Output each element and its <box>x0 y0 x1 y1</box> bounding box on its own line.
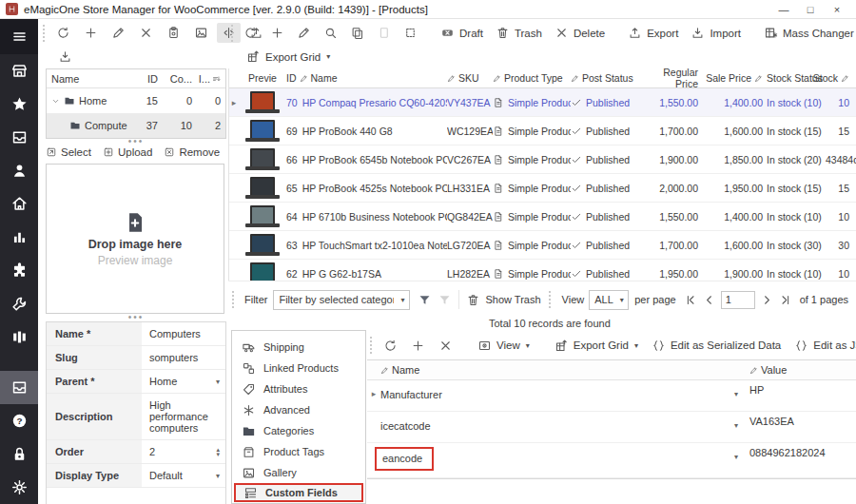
lock-icon[interactable] <box>0 437 38 471</box>
delete-field-button[interactable] <box>434 336 457 356</box>
order-stepper[interactable]: 2▴▾ <box>142 440 225 463</box>
add-product-button[interactable] <box>265 23 289 43</box>
clipboard-button[interactable] <box>162 23 185 43</box>
tab-custom-fields[interactable]: Custom Fields <box>234 483 363 502</box>
product-row[interactable]: 69HP ProBook 440 G8 WC129EA Simple Produ… <box>229 117 856 145</box>
column-product-type[interactable]: Product Type <box>493 72 571 84</box>
display-type-select[interactable]: Default▾ <box>142 464 225 487</box>
inbox-icon[interactable] <box>0 121 38 154</box>
product-row[interactable]: 64HP 6710b Business Notebook PC & T-Mobi… <box>229 203 856 231</box>
select-all-cell[interactable] <box>229 74 239 83</box>
edit-serialized-button[interactable]: Edit as Serialized Data <box>647 336 786 356</box>
trash-button[interactable]: Trash <box>491 23 547 43</box>
first-page-icon[interactable] <box>684 293 698 307</box>
spinner-icons[interactable]: ▴▾ <box>216 447 220 456</box>
export-button[interactable]: Export <box>623 23 683 43</box>
puzzle-icon[interactable] <box>0 254 38 287</box>
customers-icon[interactable] <box>0 154 38 187</box>
column-stock[interactable]: Stock <box>826 72 856 84</box>
name-field[interactable]: Computers <box>142 322 225 345</box>
download-button[interactable] <box>53 47 77 67</box>
inbox-active-icon[interactable] <box>0 371 38 404</box>
chart-icon[interactable] <box>0 221 38 254</box>
chevron-down-icon[interactable]: ▾ <box>734 443 749 461</box>
home-icon[interactable] <box>0 187 38 221</box>
tab-advanced[interactable]: Advanced <box>232 399 365 420</box>
show-trash-label[interactable]: Show Trash <box>485 294 540 305</box>
page-input[interactable] <box>721 291 755 309</box>
search-button[interactable] <box>319 23 342 43</box>
parent-select[interactable]: Home▾ <box>142 370 225 393</box>
edit-category-button[interactable] <box>107 23 130 43</box>
star-icon[interactable] <box>0 87 38 121</box>
add-category-button[interactable] <box>79 23 103 43</box>
tab-categories[interactable]: Categories <box>232 420 365 441</box>
paste-special-button[interactable] <box>399 23 422 43</box>
column-field-value[interactable]: Value <box>749 364 856 376</box>
view-fields-button[interactable]: View▾ <box>473 336 535 356</box>
product-row[interactable]: 66HP ProBook 6545b Notebook PC VC267EA S… <box>229 145 856 174</box>
toolbar-handle[interactable] <box>231 25 233 42</box>
custom-field-row[interactable]: eancode ▾ 0884962182024 <box>367 443 856 478</box>
edit-json-button[interactable]: Edit as JSON Data <box>789 336 856 356</box>
edit-product-button[interactable] <box>292 23 316 43</box>
upload-image-button[interactable]: Upload <box>103 146 152 158</box>
toolbar-handle[interactable] <box>549 291 554 308</box>
refresh-fields-button[interactable] <box>379 336 402 356</box>
tab-shipping[interactable]: Shipping <box>232 337 365 358</box>
minimize-button[interactable]: — <box>770 1 797 18</box>
store-icon[interactable] <box>0 54 38 87</box>
tab-product-tags[interactable]: Product Tags <box>232 441 365 462</box>
image-drop-zone[interactable]: Drop image here Preview image <box>46 164 224 314</box>
select-image-button[interactable]: Select <box>46 146 91 158</box>
gear-icon[interactable] <box>0 471 38 504</box>
toolbar-handle[interactable] <box>232 291 238 308</box>
image-button[interactable] <box>189 23 213 43</box>
chevron-down-icon[interactable]: ▾ <box>734 380 749 398</box>
clear-filter-icon[interactable] <box>438 293 452 307</box>
custom-field-row[interactable]: ▸ Manufacturer ▾ HP <box>367 380 856 412</box>
product-row[interactable]: ▸ 70HP Compaq Presario CQ60-420SA Notebo… <box>229 88 856 117</box>
help-icon[interactable] <box>0 404 38 437</box>
expander-icon[interactable]: ▸ <box>367 380 380 398</box>
product-row[interactable]: 65HP ProBook 4525s Notebook PC LH331EA L… <box>229 174 856 203</box>
column-name[interactable]: Name <box>47 73 127 85</box>
tab-gallery[interactable]: Gallery <box>232 462 365 483</box>
toolbar-handle[interactable] <box>43 25 45 42</box>
trash-icon[interactable] <box>466 293 480 307</box>
custom-field-row[interactable]: icecatcode ▾ VA163EA <box>367 412 856 443</box>
export-grid-button[interactable]: Export Grid▾ <box>242 47 335 67</box>
prev-page-icon[interactable] <box>702 293 716 307</box>
close-button[interactable]: × <box>824 1 850 18</box>
per-page-select[interactable]: ALL ▾ <box>589 290 629 310</box>
column-images[interactable]: I... <box>196 73 225 85</box>
filter-category-select[interactable]: Filter by selected category(ies) ▾ <box>273 290 410 310</box>
delete-button[interactable]: Delete <box>550 23 610 43</box>
column-preview[interactable]: Previe <box>239 72 286 84</box>
resize-handle[interactable]: ••• <box>46 315 226 320</box>
column-sale-price[interactable]: Sale Price <box>704 72 763 84</box>
category-row-computers[interactable]: Computers 37 10 2 <box>47 113 225 138</box>
column-post-status[interactable]: Post Status <box>571 72 643 84</box>
apply-filter-icon[interactable] <box>418 293 432 307</box>
paste-button[interactable] <box>372 23 396 43</box>
tab-attributes[interactable]: Attributes <box>232 378 365 399</box>
column-id[interactable]: ID <box>127 73 162 85</box>
export-grid-button[interactable]: Export Grid▾ <box>550 336 643 356</box>
remove-image-button[interactable]: Remove <box>164 146 220 158</box>
layout-icon[interactable] <box>0 320 38 354</box>
expander-icon[interactable] <box>51 97 60 106</box>
toolbar-handle[interactable] <box>370 337 372 354</box>
product-row[interactable]: 63HP TouchSmart tx2-1010ea Notebook PC L… <box>229 231 856 260</box>
column-regular-price[interactable]: Regular Price <box>643 67 704 89</box>
refresh-products-button[interactable] <box>239 23 263 43</box>
copy-button[interactable] <box>345 23 369 43</box>
description-field[interactable]: High performance computers <box>142 394 225 439</box>
last-page-icon[interactable] <box>778 293 792 307</box>
next-page-icon[interactable] <box>760 293 774 307</box>
column-field-name[interactable]: Name <box>380 364 749 376</box>
tab-linked-products[interactable]: Linked Products <box>232 358 365 378</box>
column-id-name[interactable]: ID Name <box>286 72 447 84</box>
maximize-button[interactable]: □ <box>797 1 824 18</box>
wrench-icon[interactable] <box>0 287 38 320</box>
